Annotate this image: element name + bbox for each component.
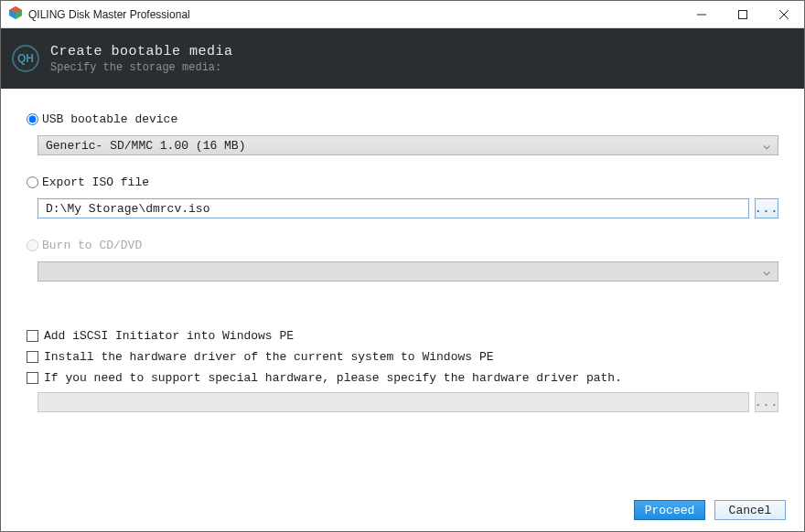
check-driver-label: Install the hardware driver of the curre… bbox=[44, 350, 493, 364]
wizard-header: QH Create bootable media Specify the sto… bbox=[1, 28, 804, 89]
label-cd: Burn to CD/DVD bbox=[42, 239, 142, 252]
app-logo-icon bbox=[8, 5, 23, 23]
option-cd: Burn to CD/DVD bbox=[27, 239, 778, 252]
window-title: QILING Disk Master Professional bbox=[28, 8, 190, 21]
check-special-label: If you need to support special hardware,… bbox=[44, 371, 622, 385]
check-iscsi[interactable] bbox=[27, 330, 38, 342]
option-usb[interactable]: USB bootable device bbox=[27, 112, 778, 126]
check-driver[interactable] bbox=[27, 351, 38, 363]
check-special-row[interactable]: If you need to support special hardware,… bbox=[27, 371, 778, 385]
close-button[interactable] bbox=[763, 1, 804, 27]
cd-device-select: ⌵ bbox=[38, 261, 778, 282]
check-driver-row[interactable]: Install the hardware driver of the curre… bbox=[27, 350, 778, 364]
content-area: USB bootable device Generic- SD/MMC 1.00… bbox=[1, 89, 804, 412]
check-iscsi-label: Add iSCSI Initiator into Windows PE bbox=[44, 329, 294, 343]
check-special[interactable] bbox=[27, 372, 38, 384]
iso-path-value: D:\My Storage\dmrcv.iso bbox=[46, 202, 209, 216]
driver-browse-button: ... bbox=[755, 392, 778, 412]
chevron-down-icon: ⌵ bbox=[763, 264, 770, 279]
svg-rect-4 bbox=[738, 10, 746, 18]
titlebar: QILING Disk Master Professional bbox=[1, 1, 804, 28]
page-title: Create bootable media bbox=[50, 44, 233, 59]
radio-iso[interactable] bbox=[27, 176, 38, 188]
iso-browse-button[interactable]: ... bbox=[755, 198, 778, 218]
maximize-button[interactable] bbox=[722, 1, 763, 27]
driver-path-input bbox=[38, 392, 749, 412]
minimize-button[interactable] bbox=[681, 1, 722, 27]
usb-device-select[interactable]: Generic- SD/MMC 1.00 (16 MB) ⌵ bbox=[38, 135, 778, 155]
iso-path-input[interactable]: D:\My Storage\dmrcv.iso bbox=[38, 198, 749, 218]
label-iso: Export ISO file bbox=[42, 176, 149, 189]
window-controls bbox=[681, 1, 804, 27]
radio-cd bbox=[27, 239, 38, 251]
cancel-button[interactable]: Cancel bbox=[714, 500, 786, 520]
label-usb: USB bootable device bbox=[42, 112, 177, 126]
radio-usb[interactable] bbox=[27, 113, 38, 125]
proceed-button[interactable]: Proceed bbox=[634, 500, 705, 520]
option-iso[interactable]: Export ISO file bbox=[27, 176, 778, 189]
footer-buttons: Proceed Cancel bbox=[634, 500, 786, 520]
chevron-down-icon: ⌵ bbox=[763, 138, 770, 153]
usb-selected-value: Generic- SD/MMC 1.00 (16 MB) bbox=[46, 139, 245, 153]
check-iscsi-row[interactable]: Add iSCSI Initiator into Windows PE bbox=[27, 329, 778, 343]
header-icon: QH bbox=[12, 45, 39, 72]
page-subtitle: Specify the storage media: bbox=[50, 61, 233, 74]
